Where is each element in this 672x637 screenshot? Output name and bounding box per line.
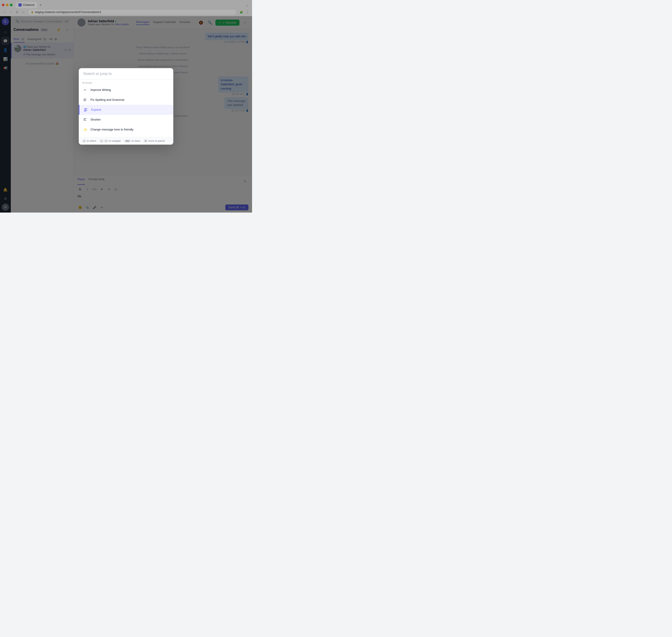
modal-item-label-4: Shorten [90, 118, 101, 121]
backspace-key: ⌫ [144, 140, 147, 142]
svg-rect-8 [84, 119, 85, 120]
to-close-label: to close [132, 140, 140, 142]
modal-search-area [79, 68, 173, 79]
modal-overlay[interactable]: AI Assist ✏ Improve Writing Fix Spelling… [0, 0, 252, 213]
esc-key: esc [124, 140, 131, 142]
shortcut-close: esc to close [124, 140, 140, 142]
ai-assist-modal: AI Assist ✏ Improve Writing Fix Spelling… [79, 68, 173, 145]
move-to-parent-label: move to parent [148, 140, 165, 142]
expand-icon [83, 107, 88, 112]
to-navigate-label: to navigate [109, 140, 121, 142]
modal-item-formal-tone[interactable]: ✏ Use formal tone [79, 134, 173, 137]
svg-rect-5 [84, 110, 87, 111]
improve-writing-icon: ✏ [82, 87, 88, 93]
modal-search-input[interactable] [83, 72, 169, 76]
modal-item-label: Improve Writing [90, 88, 111, 92]
to-select-label: to select [87, 140, 96, 142]
tone-friendly-icon: ✨ [82, 127, 88, 132]
modal-footer: ↵ to select ↓ ↑ to navigate esc to close… [79, 137, 173, 145]
shorten-icon [82, 117, 88, 122]
svg-rect-4 [84, 109, 86, 110]
modal-item-expand[interactable]: Expand [79, 105, 173, 115]
shortcut-parent: ⌫ move to parent [144, 140, 165, 142]
enter-key: ↵ [82, 140, 86, 142]
fix-spelling-icon [82, 97, 88, 103]
modal-item-shorten[interactable]: Shorten [79, 115, 173, 125]
svg-rect-2 [84, 101, 86, 101]
svg-rect-0 [84, 99, 87, 99]
modal-item-fix-spelling[interactable]: Fix Spelling and Grammar [79, 95, 173, 105]
svg-rect-3 [84, 108, 87, 109]
down-key: ↓ [100, 140, 103, 142]
modal-items-list: ✏ Improve Writing Fix Spelling and Gramm… [79, 85, 173, 137]
up-key: ↑ [104, 140, 108, 142]
modal-item-label-3: Expand [91, 108, 101, 111]
svg-rect-7 [84, 118, 87, 119]
modal-item-tone-friendly[interactable]: ✨ Change message tone to friendly [79, 125, 173, 134]
modal-item-label-5: Change message tone to friendly [90, 128, 134, 131]
modal-section-label: AI Assist [79, 79, 173, 85]
modal-item-improve-writing[interactable]: ✏ Improve Writing [79, 85, 173, 95]
shortcut-select: ↵ to select [82, 140, 96, 142]
modal-item-label-2: Fix Spelling and Grammar [90, 98, 124, 102]
svg-rect-6 [84, 111, 86, 112]
svg-rect-9 [84, 120, 86, 121]
svg-rect-1 [84, 99, 86, 100]
shortcut-navigate: ↓ ↑ to navigate [100, 140, 121, 142]
